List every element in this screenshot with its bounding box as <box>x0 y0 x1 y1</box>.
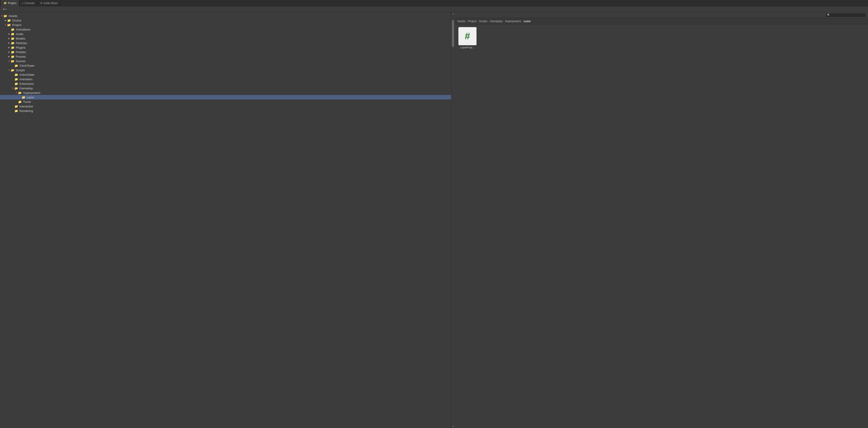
file-item-lazerproje[interactable]: # LazerProje... <box>457 27 477 49</box>
tree-item-scripts[interactable]: ▾📂Scripts <box>0 68 451 72</box>
tab-project[interactable]: 📁 Project <box>1 0 19 6</box>
scroll-thumb[interactable] <box>452 20 454 47</box>
tree-item-superpowers[interactable]: ▾📂Superpowers <box>0 90 451 95</box>
tree-label-particles: Particles <box>16 41 27 45</box>
tree-item-extensions[interactable]: 📁Extensions <box>0 82 451 86</box>
tree-item-particles[interactable]: ▶📁Particles <box>0 41 451 45</box>
tree-arrow-audio[interactable]: ▶ <box>7 33 11 35</box>
tree-label-scripts: Scripts <box>16 68 25 72</box>
scroll-up-arrow[interactable]: ▲ <box>452 12 455 16</box>
tree-arrow-scripts[interactable]: ▾ <box>7 69 11 71</box>
folder-icon-scenes: 📂 <box>11 59 15 63</box>
tree-item-clocktower[interactable]: 📁ClockTower <box>0 63 451 68</box>
tree-item-plugins[interactable]: ▶📁Plugins <box>0 45 451 50</box>
tree-arrow-assets[interactable]: ▾ <box>0 15 4 17</box>
file-tree-scroll[interactable]: ▾📂Assets▶📁Oculus▾📂Project📁Animations▶📁Au… <box>0 12 451 428</box>
tree-label-project: Project <box>12 23 21 27</box>
folder-icon-prefabs: 📁 <box>11 51 15 54</box>
folder-icon-audio: 📁 <box>11 32 15 36</box>
breadcrumb-assets[interactable]: Assets <box>457 20 465 23</box>
tree-label-interaction: Interaction <box>20 105 33 108</box>
tree-label-scenes: Scenes <box>16 59 26 63</box>
folder-icon-rendering: 📁 <box>14 109 19 113</box>
tree-label-gameplay: Gameplay <box>20 87 33 90</box>
toolbar: + ▾ <box>0 6 868 12</box>
tree-arrow-oculus[interactable]: ▶ <box>4 19 7 22</box>
tab-audio-mixer-label: Audio Mixer <box>43 2 58 5</box>
folder-icon-turret: 📁 <box>18 100 22 103</box>
tree-item-activestate[interactable]: 📁ActiveState <box>0 72 451 77</box>
folder-icon-clocktower: 📁 <box>14 64 19 67</box>
file-icon-lazerproje: # <box>458 27 476 45</box>
tree-item-interaction[interactable]: 📁Interaction <box>0 104 451 109</box>
folder-icon-oculus: 📁 <box>7 19 11 22</box>
file-grid: # LazerProje... <box>455 24 868 428</box>
breadcrumb-sep-4: › <box>503 20 504 23</box>
breadcrumb-project[interactable]: Project <box>468 20 476 23</box>
tree-item-presets[interactable]: ▶📁Presets <box>0 54 451 59</box>
breadcrumb-sep-1: › <box>466 20 467 23</box>
right-top-bar: 🔍 <box>455 12 868 18</box>
tree-arrow-project[interactable]: ▾ <box>4 24 7 26</box>
tree-item-oculus[interactable]: ▶📁Oculus <box>0 18 451 23</box>
tree-label-extensions: Extensions <box>20 82 34 86</box>
breadcrumb-gameplay[interactable]: Gameplay <box>490 20 502 23</box>
scroll-track <box>452 16 455 425</box>
tree-item-gameplay[interactable]: ▾📂Gameplay <box>0 86 451 90</box>
tree-item-scenes[interactable]: ▾📂Scenes <box>0 59 451 63</box>
left-scrollbar[interactable]: ▲ ▼ <box>452 12 455 428</box>
tab-bar: 📁 Project ≡ Console ⊞ Audio Mixer <box>0 0 868 6</box>
search-box: 🔍 <box>826 13 866 18</box>
breadcrumb-scripts[interactable]: Scripts <box>479 20 488 23</box>
folder-icon-lazer: 📁 <box>22 96 26 99</box>
folder-icon-superpowers: 📂 <box>18 91 22 94</box>
tree-label-animations: Animations <box>16 28 30 31</box>
tree-arrow-particles[interactable]: ▶ <box>7 42 11 44</box>
tree-item-project[interactable]: ▾📂Project <box>0 23 451 27</box>
tree-label-activestate: ActiveState <box>20 73 34 77</box>
search-input[interactable] <box>831 13 865 17</box>
folder-icon-activestate: 📁 <box>14 73 19 77</box>
tab-project-label: Project <box>8 2 16 5</box>
tree-item-models[interactable]: ▶📁Models <box>0 36 451 41</box>
tree-item-lazer[interactable]: 📁Lazer <box>0 95 451 99</box>
tree-label-plugins: Plugins <box>16 46 26 49</box>
tree-label-turret: Turret <box>23 100 31 103</box>
tree-arrow-prefabs[interactable]: ▶ <box>7 51 11 53</box>
add-button[interactable]: + ▾ <box>2 7 7 11</box>
scroll-down-arrow[interactable]: ▼ <box>452 425 455 428</box>
right-panel: 🔍 Assets › Project › Scripts › Gameplay … <box>455 12 868 428</box>
breadcrumb: Assets › Project › Scripts › Gameplay › … <box>455 18 868 24</box>
tab-audio-mixer[interactable]: ⊞ Audio Mixer <box>37 0 61 6</box>
tree-item-prefabs[interactable]: ▶📁Prefabs <box>0 50 451 54</box>
main-content: ▾📂Assets▶📁Oculus▾📂Project📁Animations▶📁Au… <box>0 12 868 428</box>
tree-item-assets[interactable]: ▾📂Assets <box>0 13 451 18</box>
folder-icon-plugins: 📁 <box>11 46 15 49</box>
tree-arrow-models[interactable]: ▶ <box>7 37 11 39</box>
breadcrumb-sep-2: › <box>477 20 478 23</box>
tree-arrow-superpowers[interactable]: ▾ <box>14 92 18 94</box>
script-hash-icon: # <box>465 31 470 41</box>
tree-arrow-presets[interactable]: ▶ <box>7 55 11 58</box>
breadcrumb-superpowers[interactable]: Superpowers <box>505 20 521 23</box>
tree-arrow-plugins[interactable]: ▶ <box>7 47 11 49</box>
project-icon: 📁 <box>4 2 7 4</box>
tree-label-audio: Audio <box>16 32 23 36</box>
tree-arrow-gameplay[interactable]: ▾ <box>11 87 14 89</box>
tab-console[interactable]: ≡ Console <box>19 0 37 6</box>
tree-item-animations[interactable]: 📁Animations <box>0 27 451 32</box>
breadcrumb-lazer[interactable]: Lazer <box>524 20 531 23</box>
folder-icon-gameplay: 📂 <box>14 87 19 90</box>
tab-console-label: Console <box>25 2 35 5</box>
folder-icon-presets: 📁 <box>11 55 15 58</box>
folder-icon-scripts: 📂 <box>11 68 15 72</box>
tree-item-turret[interactable]: 📁Turret <box>0 99 451 104</box>
audio-mixer-icon: ⊞ <box>40 2 42 4</box>
folder-icon-animations: 📁 <box>11 28 15 31</box>
tree-arrow-scenes[interactable]: ▾ <box>7 60 11 62</box>
tree-item-animation[interactable]: 📁Animation <box>0 77 451 82</box>
tree-item-audio[interactable]: ▶📁Audio <box>0 32 451 36</box>
tree-item-rendering[interactable]: 📁Rendering <box>0 109 451 113</box>
console-icon: ≡ <box>22 2 23 4</box>
folder-icon-interaction: 📁 <box>14 105 19 108</box>
